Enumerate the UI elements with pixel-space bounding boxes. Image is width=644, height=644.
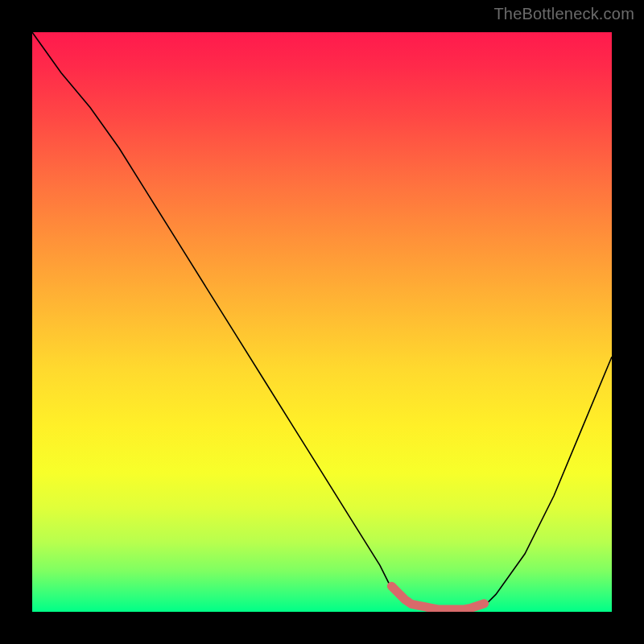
watermark-text: TheBottleneck.com	[493, 5, 634, 23]
bottleneck-curve-path	[32, 32, 612, 612]
chart-plot-area	[32, 32, 612, 612]
bottleneck-chart	[32, 32, 612, 612]
optimal-range-marker	[391, 586, 484, 609]
